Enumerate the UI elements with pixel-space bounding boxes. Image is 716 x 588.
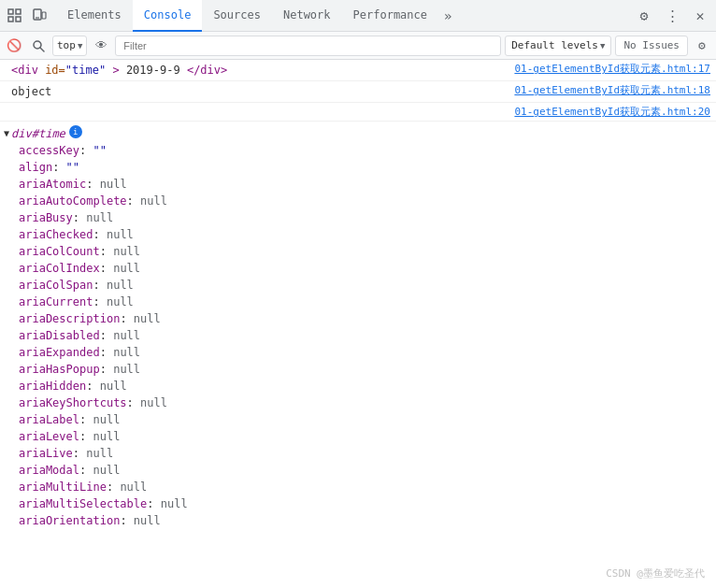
obj-prop-ariaColCount: ariaColCount: null [0,243,716,260]
source-link-1[interactable]: 01-getElementById获取元素.html:17 [508,61,716,77]
prop-name-ariaModal: ariaModal [19,462,79,479]
levels-dropdown-arrow: ▼ [600,41,605,50]
obj-root-label: div#time [11,125,65,142]
filter-input[interactable] [115,36,501,56]
prop-name-ariaKeyShortcuts: ariaKeyShortcuts [19,394,127,411]
clear-console-icon[interactable]: 🚫 [4,36,24,56]
prop-name-ariaHasPopup: ariaHasPopup [19,361,100,378]
watermark: CSDN @墨鱼爱吃圣代 [606,566,705,581]
console-row-empty: 01-getElementById获取元素.html:20 [0,103,716,122]
obj-prop-align: align: "" [0,159,716,176]
devtools-icons [4,5,50,27]
svg-rect-1 [8,17,13,22]
context-selector[interactable]: top ▼ [52,36,87,56]
eye-icon[interactable]: 👁 [91,36,111,56]
tab-performance[interactable]: Performance [342,0,438,32]
obj-prop-accessKey: accessKey: "" [0,142,716,159]
obj-prop-ariaBusy: ariaBusy: null [0,209,716,226]
more-options-icon[interactable]: ⋮ [660,4,684,28]
html-attr-value: "time" [65,64,106,77]
console-row-html: <div id="time" > 2019-9-9 </div> 01-getE… [0,60,716,81]
triangle-open-icon[interactable]: ▼ [4,125,9,142]
source-link-2[interactable]: 01-getElementById获取元素.html:18 [508,82,716,98]
prop-val-ariaLive: null [86,445,113,462]
prop-val-ariaColIndex: null [113,260,140,277]
prop-val-ariaModal: null [93,462,120,479]
info-badge-icon[interactable]: i [69,125,82,138]
obj-prop-ariaColSpan: ariaColSpan: null [0,277,716,294]
console-content: <div id="time" > 2019-9-9 </div> 01-getE… [0,60,716,588]
prop-name-ariaLevel: ariaLevel [19,428,79,445]
tab-console[interactable]: Console [133,0,203,32]
console-settings-icon[interactable]: ⚙ [692,36,712,56]
prop-val-ariaHasPopup: null [113,361,140,378]
prop-val-ariaExpanded: null [113,344,140,361]
console-row-content-2: object [7,82,508,101]
html-text-content: 2019-9-9 [126,64,180,77]
prop-name-ariaLive: ariaLive [19,445,73,462]
svg-rect-2 [16,9,21,14]
prop-val-ariaLevel: null [93,428,120,445]
console-row-object: object 01-getElementById获取元素.html:18 [0,81,716,103]
html-open-tag: <div [11,64,38,77]
obj-prop-ariaAtomic: ariaAtomic: null [0,176,716,193]
tab-bar-right: ⚙ ⋮ ✕ [632,4,712,28]
obj-prop-ariaOrientation: ariaOrientation: null [0,512,716,529]
tab-network[interactable]: Network [272,0,342,32]
prop-name-ariaMultiSelectable: ariaMultiSelectable [19,495,147,512]
prop-val-ariaAtomic: null [100,176,127,193]
prop-val-ariaMultiLine: null [120,479,147,495]
prop-name-ariaDisabled: ariaDisabled [19,327,100,344]
prop-val-ariaChecked: null [107,226,134,243]
filter-icon[interactable] [28,36,49,56]
prop-name-accessKey: accessKey [19,142,79,159]
prop-name-ariaLabel: ariaLabel [19,411,79,428]
prop-val-ariaLabel: null [93,411,120,428]
tab-sources[interactable]: Sources [202,0,272,32]
obj-prop-ariaModal: ariaModal: null [0,462,716,479]
console-toolbar: 🚫 top ▼ 👁 Default levels ▼ No Issues ⚙ [0,32,716,60]
prop-val-ariaColCount: null [113,243,140,260]
inspect-icon[interactable] [4,5,26,27]
console-row-content-1: <div id="time" > 2019-9-9 </div> [7,61,508,79]
close-icon[interactable]: ✕ [688,4,712,28]
prop-val-ariaKeyShortcuts: null [140,394,167,411]
obj-prop-ariaDescription: ariaDescription: null [0,310,716,327]
prop-name-ariaColCount: ariaColCount [19,243,100,260]
prop-name-ariaMultiLine: ariaMultiLine [19,479,107,495]
tab-elements[interactable]: Elements [56,0,133,32]
obj-prop-ariaExpanded: ariaExpanded: null [0,344,716,361]
prop-name-ariaColIndex: ariaColIndex [19,260,100,277]
prop-val-ariaCurrent: null [107,294,134,310]
prop-val-ariaDescription: null [134,310,161,327]
tab-bar: Elements Console Sources Network Perform… [0,0,716,32]
obj-prop-ariaHasPopup: ariaHasPopup: null [0,361,716,378]
prop-val-align: "" [66,159,79,176]
obj-root-row[interactable]: ▼ div#time i [0,125,716,142]
prop-name-ariaBusy: ariaBusy [19,209,73,226]
prop-name-ariaHidden: ariaHidden [19,378,86,394]
no-issues-badge: No Issues [615,36,688,56]
prop-name-ariaDescription: ariaDescription [19,310,120,327]
prop-val-accessKey: "" [93,142,106,159]
settings-icon[interactable]: ⚙ [632,4,656,28]
svg-line-8 [40,48,44,51]
context-dropdown-arrow: ▼ [78,41,82,50]
obj-prop-ariaLevel: ariaLevel: null [0,428,716,445]
default-levels-dropdown[interactable]: Default levels ▼ [505,36,611,56]
html-close-bracket: > [112,64,119,77]
prop-val-ariaOrientation: null [134,512,161,529]
more-tabs-button[interactable]: » [438,0,457,32]
prop-name-ariaAtomic: ariaAtomic [19,176,86,193]
device-icon[interactable] [28,5,50,27]
obj-prop-ariaColIndex: ariaColIndex: null [0,260,716,277]
obj-prop-ariaMultiLine: ariaMultiLine: null [0,479,716,495]
obj-prop-ariaMultiSelectable: ariaMultiSelectable: null [0,495,716,512]
prop-name-ariaChecked: ariaChecked [19,226,93,243]
obj-prop-ariaAutoComplete: ariaAutoComplete: null [0,193,716,209]
prop-name-ariaCurrent: ariaCurrent [19,294,93,310]
source-link-3[interactable]: 01-getElementById获取元素.html:20 [508,104,716,120]
prop-val-ariaBusy: null [86,209,113,226]
prop-val-ariaAutoComplete: null [140,193,167,209]
console-row-content-3 [7,104,508,106]
